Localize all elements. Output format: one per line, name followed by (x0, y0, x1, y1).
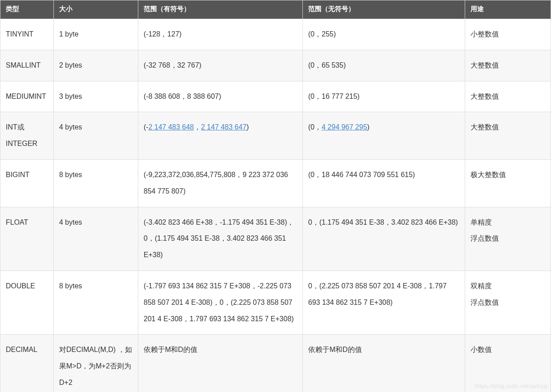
cell-size: 8 bytes (54, 159, 138, 207)
cell-size: 4 bytes (54, 112, 138, 160)
usage-line2: 浮点数值 (471, 299, 499, 306)
cell-size: 8 bytes (54, 271, 138, 334)
cell-unsigned: (0，18 446 744 073 709 551 615) (303, 159, 465, 207)
cell-usage: 大整数值 (465, 81, 551, 112)
cell-signed: (-2 147 483 648，2 147 483 647) (138, 112, 303, 160)
cell-usage: 大整数值 (465, 112, 551, 160)
cell-usage: 双精度 浮点数值 (465, 271, 551, 334)
table-row: BIGINT 8 bytes (-9,223,372,036,854,775,8… (0, 159, 551, 207)
cell-signed: (-9,223,372,036,854,775,808，9 223 372 03… (138, 159, 303, 207)
cell-type: DECIMAL (0, 335, 54, 392)
table-row: INT或INTEGER 4 bytes (-2 147 483 648，2 14… (0, 112, 551, 160)
cell-type: SMALLINT (0, 50, 54, 81)
cell-size: 4 bytes (54, 207, 138, 271)
cell-type: FLOAT (0, 207, 54, 271)
cell-type: INT或INTEGER (0, 112, 54, 160)
table-container: 类型 大小 范围（有符号） 范围（无符号） 用途 TINYINT 1 byte … (0, 0, 551, 392)
cell-size: 1 byte (54, 19, 138, 50)
usage-line2: 浮点数值 (471, 234, 499, 242)
text-mid: ， (194, 123, 201, 131)
text-post: ) (367, 123, 370, 131)
cell-signed: (-32 768，32 767) (138, 50, 303, 81)
table-row: FLOAT 4 bytes (-3.402 823 466 E+38，-1.17… (0, 207, 551, 271)
table-row: MEDIUMINT 3 bytes (-8 388 608，8 388 607)… (0, 81, 551, 112)
cell-usage: 小整数值 (465, 19, 551, 50)
cell-signed: (-1.797 693 134 862 315 7 E+308，-2.225 0… (138, 271, 303, 334)
text-pre: (0， (308, 123, 322, 131)
cell-unsigned: (0，65 535) (303, 50, 465, 81)
cell-signed: (-3.402 823 466 E+38，-1.175 494 351 E-38… (138, 207, 303, 271)
col-header-signed: 范围（有符号） (138, 0, 303, 19)
cell-size: 2 bytes (54, 50, 138, 81)
link-uint-max[interactable]: 4 294 967 295 (322, 123, 367, 131)
cell-unsigned: 依赖于M和D的值 (303, 335, 465, 392)
usage-line1: 单精度 (471, 218, 492, 226)
cell-type: MEDIUMINT (0, 81, 54, 112)
cell-usage: 小数值 (465, 335, 551, 392)
text-pre: (- (144, 123, 149, 131)
cell-unsigned: 0，(1.175 494 351 E-38，3.402 823 466 E+38… (303, 207, 465, 271)
table-row: DECIMAL 对DECIMAL(M,D) ，如果M>D，为M+2否则为D+2 … (0, 335, 551, 392)
usage-line1: 双精度 (471, 282, 492, 290)
table-row: DOUBLE 8 bytes (-1.797 693 134 862 315 7… (0, 271, 551, 334)
table-header-row: 类型 大小 范围（有符号） 范围（无符号） 用途 (0, 0, 551, 19)
cell-signed: 依赖于M和D的值 (138, 335, 303, 392)
cell-unsigned: 0，(2.225 073 858 507 201 4 E-308，1.797 6… (303, 271, 465, 334)
cell-unsigned: (0，255) (303, 19, 465, 50)
cell-usage: 大整数值 (465, 50, 551, 81)
col-header-unsigned: 范围（无符号） (303, 0, 465, 19)
cell-unsigned: (0，16 777 215) (303, 81, 465, 112)
col-header-size: 大小 (54, 0, 138, 19)
col-header-type: 类型 (0, 0, 54, 19)
cell-type: DOUBLE (0, 271, 54, 334)
cell-size: 对DECIMAL(M,D) ，如果M>D，为M+2否则为D+2 (54, 335, 138, 392)
cell-size: 3 bytes (54, 81, 138, 112)
link-int-max[interactable]: 2 147 483 647 (201, 123, 246, 131)
cell-signed: (-8 388 608，8 388 607) (138, 81, 303, 112)
text-post: ) (246, 123, 249, 131)
cell-usage: 极大整数值 (465, 159, 551, 207)
link-int-min[interactable]: 2 147 483 648 (149, 123, 194, 131)
cell-unsigned: (0，4 294 967 295) (303, 112, 465, 160)
col-header-usage: 用途 (465, 0, 551, 19)
table-row: TINYINT 1 byte (-128，127) (0，255) 小整数值 (0, 19, 551, 50)
mysql-numeric-types-table: 类型 大小 范围（有符号） 范围（无符号） 用途 TINYINT 1 byte … (0, 0, 551, 392)
cell-usage: 单精度 浮点数值 (465, 207, 551, 271)
cell-type: BIGINT (0, 159, 54, 207)
table-row: SMALLINT 2 bytes (-32 768，32 767) (0，65 … (0, 50, 551, 81)
cell-signed: (-128，127) (138, 19, 303, 50)
cell-type: TINYINT (0, 19, 54, 50)
